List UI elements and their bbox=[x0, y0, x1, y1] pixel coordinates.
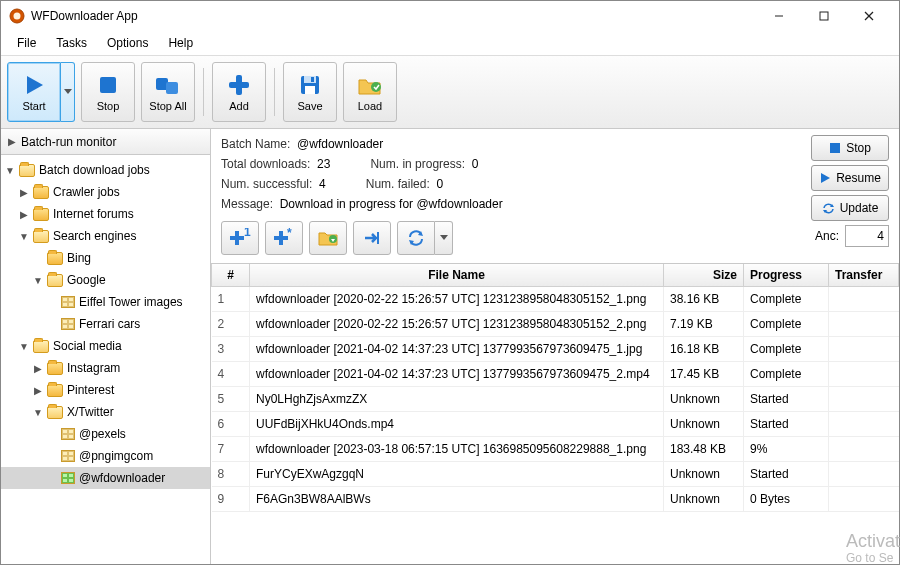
cell-number: 1 bbox=[212, 287, 250, 312]
col-transfer[interactable]: Transfer bbox=[829, 264, 899, 287]
tree-instagram[interactable]: ▶Instagram bbox=[1, 357, 210, 379]
tree-wfdownloader[interactable]: @wfdownloader bbox=[1, 467, 210, 489]
table-row[interactable]: 5Ny0LHghZjsAxmzZXUnknownStarted bbox=[212, 387, 899, 412]
folder-icon bbox=[33, 208, 49, 221]
svg-rect-23 bbox=[230, 236, 244, 240]
svg-rect-18 bbox=[830, 143, 840, 153]
tree-batch-jobs[interactable]: ▼Batch download jobs bbox=[1, 159, 210, 181]
tree-pexels[interactable]: @pexels bbox=[1, 423, 210, 445]
table-row[interactable]: 1wfdownloader [2020-02-22 15:26:57 UTC] … bbox=[212, 287, 899, 312]
batch-stop-button[interactable]: Stop bbox=[811, 135, 889, 161]
tree-label: Google bbox=[67, 273, 106, 287]
minimize-button[interactable] bbox=[756, 1, 801, 31]
batch-update-button[interactable]: Update bbox=[811, 195, 889, 221]
col-progress[interactable]: Progress bbox=[744, 264, 829, 287]
col-size[interactable]: Size bbox=[664, 264, 744, 287]
col-number[interactable]: # bbox=[212, 264, 250, 287]
window-title: WFDownloader App bbox=[31, 9, 756, 23]
cell-filename: wfdownloader [2021-04-02 14:37:23 UTC] 1… bbox=[250, 362, 664, 387]
tree-google[interactable]: ▼Google bbox=[1, 269, 210, 291]
cell-size: Unknown bbox=[664, 412, 744, 437]
add-button[interactable]: Add bbox=[212, 62, 266, 122]
tree-xtwitter[interactable]: ▼X/Twitter bbox=[1, 401, 210, 423]
tree-label: Batch download jobs bbox=[39, 163, 150, 177]
sidebar-header[interactable]: ▶ Batch-run monitor bbox=[1, 129, 210, 155]
save-button[interactable]: Save bbox=[283, 62, 337, 122]
start-dropdown[interactable] bbox=[61, 62, 75, 122]
maximize-button[interactable] bbox=[801, 1, 846, 31]
cell-filename: UUFdBijXHkU4Onds.mp4 bbox=[250, 412, 664, 437]
tree-forums[interactable]: ▶Internet forums bbox=[1, 203, 210, 225]
cell-transfer bbox=[829, 362, 899, 387]
chevron-right-icon: ▶ bbox=[33, 385, 43, 396]
cell-progress: Complete bbox=[744, 312, 829, 337]
refresh-dropdown[interactable] bbox=[435, 221, 453, 255]
table-row[interactable]: 7wfdownloader [2023-03-18 06:57:15 UTC] … bbox=[212, 437, 899, 462]
tree-social[interactable]: ▼Social media bbox=[1, 335, 210, 357]
stop-label: Stop bbox=[97, 100, 120, 112]
table-row[interactable]: 8FurYCyEXwAgzgqNUnknownStarted bbox=[212, 462, 899, 487]
tree-pinterest[interactable]: ▶Pinterest bbox=[1, 379, 210, 401]
tree: ▼Batch download jobs ▶Crawler jobs ▶Inte… bbox=[1, 155, 210, 564]
cell-progress: Started bbox=[744, 412, 829, 437]
load-icon bbox=[357, 72, 383, 98]
cell-progress: Started bbox=[744, 462, 829, 487]
tree-label: @wfdownloader bbox=[79, 471, 165, 485]
load-button[interactable]: Load bbox=[343, 62, 397, 122]
menu-tasks[interactable]: Tasks bbox=[46, 33, 97, 53]
stopall-label: Stop All bbox=[149, 100, 186, 112]
anc-input[interactable] bbox=[845, 225, 889, 247]
load-label: Load bbox=[358, 100, 382, 112]
message-value: Download in progress for @wfdownloader bbox=[280, 197, 503, 211]
close-button[interactable] bbox=[846, 1, 891, 31]
grid-icon bbox=[61, 428, 75, 440]
tree-label: Bing bbox=[67, 251, 91, 265]
cell-progress: Complete bbox=[744, 287, 829, 312]
menubar: File Tasks Options Help bbox=[1, 31, 899, 55]
cell-number: 6 bbox=[212, 412, 250, 437]
grid-icon bbox=[61, 450, 75, 462]
table-row[interactable]: 9F6AGn3BW8AAlBWsUnknown0 Bytes bbox=[212, 487, 899, 512]
menu-file[interactable]: File bbox=[7, 33, 46, 53]
stopall-button[interactable]: Stop All bbox=[141, 62, 195, 122]
svg-marker-7 bbox=[64, 89, 72, 94]
fail-value: 0 bbox=[436, 177, 443, 191]
tree-label: Ferrari cars bbox=[79, 317, 140, 331]
chevron-down-icon: ▼ bbox=[33, 407, 43, 418]
menu-options[interactable]: Options bbox=[97, 33, 158, 53]
cell-number: 8 bbox=[212, 462, 250, 487]
svg-marker-33 bbox=[440, 235, 448, 240]
cell-progress: Complete bbox=[744, 362, 829, 387]
refresh-button[interactable] bbox=[397, 221, 435, 255]
tree-eiffel[interactable]: Eiffel Tower images bbox=[1, 291, 210, 313]
menu-help[interactable]: Help bbox=[158, 33, 203, 53]
tree-bing[interactable]: Bing bbox=[1, 247, 210, 269]
stop-button[interactable]: Stop bbox=[81, 62, 135, 122]
tree-pngimg[interactable]: @pngimgcom bbox=[1, 445, 210, 467]
start-label: Start bbox=[22, 100, 45, 112]
open-folder-button[interactable] bbox=[309, 221, 347, 255]
save-icon bbox=[297, 72, 323, 98]
start-button[interactable]: Start bbox=[7, 62, 61, 122]
tree-label: Eiffel Tower images bbox=[79, 295, 183, 309]
tree-search[interactable]: ▼Search engines bbox=[1, 225, 210, 247]
cell-transfer bbox=[829, 437, 899, 462]
batch-resume-button[interactable]: Resume bbox=[811, 165, 889, 191]
svg-point-17 bbox=[371, 82, 381, 92]
table-row[interactable]: 2wfdownloader [2020-02-22 15:26:57 UTC] … bbox=[212, 312, 899, 337]
table-row[interactable]: 4wfdownloader [2021-04-02 14:37:23 UTC] … bbox=[212, 362, 899, 387]
app-window: WFDownloader App File Tasks Options Help… bbox=[0, 0, 900, 565]
table-row[interactable]: 3wfdownloader [2021-04-02 14:37:23 UTC] … bbox=[212, 337, 899, 362]
table-row[interactable]: 6UUFdBijXHkU4Onds.mp4UnknownStarted bbox=[212, 412, 899, 437]
add-one-button[interactable]: 1 bbox=[221, 221, 259, 255]
folder-open-icon bbox=[19, 164, 35, 177]
svg-rect-12 bbox=[229, 82, 249, 88]
tree-ferrari[interactable]: Ferrari cars bbox=[1, 313, 210, 335]
cell-size: 38.16 KB bbox=[664, 287, 744, 312]
download-table-wrap[interactable]: # File Name Size Progress Transfer 1wfdo… bbox=[211, 263, 899, 564]
add-multi-button[interactable]: * bbox=[265, 221, 303, 255]
col-filename[interactable]: File Name bbox=[250, 264, 664, 287]
tree-crawler[interactable]: ▶Crawler jobs bbox=[1, 181, 210, 203]
cell-number: 4 bbox=[212, 362, 250, 387]
export-button[interactable] bbox=[353, 221, 391, 255]
